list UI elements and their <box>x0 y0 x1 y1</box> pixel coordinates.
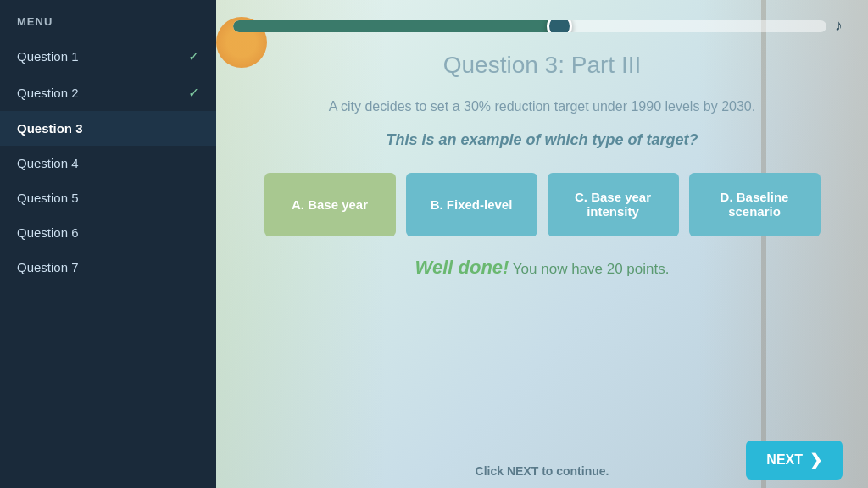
question-title: Question 3: Part III <box>443 52 641 79</box>
sidebar: MENU Question 1 ✓ Question 2 ✓ Question … <box>0 0 216 488</box>
progress-bar-container: ♪ <box>216 0 868 43</box>
answers-row: A. Base year B. Fixed-level C. Base year… <box>264 173 821 236</box>
result-bold: Well done! <box>415 257 509 278</box>
music-icon[interactable]: ♪ <box>835 17 843 35</box>
sidebar-item-question6[interactable]: Question 6 <box>0 215 216 250</box>
progress-fill <box>233 20 559 32</box>
sidebar-item-label: Question 6 <box>17 225 79 240</box>
answer-a-button[interactable]: A. Base year <box>264 173 396 236</box>
progress-thumb <box>547 20 572 32</box>
main-content: ♪ Question 3: Part III A city decides to… <box>216 0 868 488</box>
sidebar-item-label: Question 4 <box>17 156 79 170</box>
question-body: A city decides to set a 30% reduction ta… <box>329 96 755 118</box>
sidebar-item-question3[interactable]: Question 3 <box>0 111 216 146</box>
answer-c-button[interactable]: C. Base year intensity <box>548 173 679 236</box>
sidebar-item-question5[interactable]: Question 5 <box>0 180 216 215</box>
footer-text: Click NEXT to continue. <box>476 464 609 478</box>
answer-d-button[interactable]: D. Baseline scenario <box>689 173 821 236</box>
sidebar-item-question4[interactable]: Question 4 <box>0 146 216 180</box>
sidebar-item-question1[interactable]: Question 1 ✓ <box>0 38 216 75</box>
content-area: Question 3: Part III A city decides to s… <box>216 43 868 454</box>
sidebar-item-label: Question 1 <box>17 49 79 64</box>
sidebar-item-question2[interactable]: Question 2 ✓ <box>0 75 216 111</box>
checkmark-icon: ✓ <box>188 85 199 101</box>
sidebar-item-label: Question 3 <box>17 121 83 136</box>
sidebar-item-question7[interactable]: Question 7 <box>0 250 216 285</box>
result-text: Well done! You now have 20 points. <box>415 257 670 279</box>
question-prompt: This is an example of which type of targ… <box>386 131 698 149</box>
footer-bar: Click NEXT to continue. NEXT ❯ <box>216 454 868 488</box>
result-normal: You now have 20 points. <box>509 261 669 277</box>
next-arrow-icon: ❯ <box>810 451 822 469</box>
progress-track[interactable] <box>233 20 826 32</box>
checkmark-icon: ✓ <box>188 48 199 64</box>
next-button[interactable]: NEXT ❯ <box>746 441 843 480</box>
sidebar-item-label: Question 5 <box>17 191 79 205</box>
sidebar-item-label: Question 7 <box>17 260 79 274</box>
next-button-label: NEXT <box>766 452 803 468</box>
answer-b-button[interactable]: B. Fixed-level <box>406 173 537 236</box>
menu-label: MENU <box>0 0 216 38</box>
sidebar-item-label: Question 2 <box>17 86 79 100</box>
